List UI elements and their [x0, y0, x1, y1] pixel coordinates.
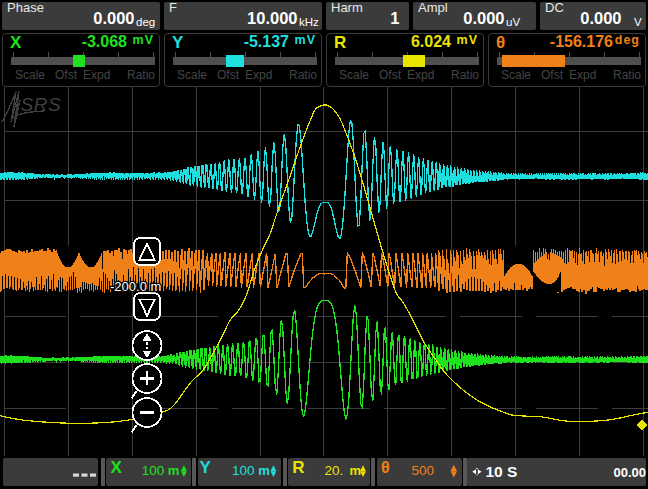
- svg-text:500: 500: [412, 463, 435, 478]
- svg-text:-200.0 m: -200.0 m: [110, 279, 161, 294]
- svg-text:20.: 20.: [325, 463, 344, 478]
- svg-text:m: m: [168, 463, 180, 478]
- svg-text:10 S: 10 S: [486, 463, 518, 480]
- svg-text:SRS: SRS: [21, 94, 62, 115]
- svg-text:R: R: [292, 458, 304, 477]
- svg-text:m: m: [350, 463, 362, 478]
- svg-text:100: 100: [232, 463, 255, 478]
- svg-text:100: 100: [142, 463, 165, 478]
- svg-text:00.00: 00.00: [613, 465, 646, 480]
- svg-text:X: X: [111, 458, 123, 477]
- svg-text:m: m: [258, 463, 270, 478]
- svg-text:θ: θ: [381, 459, 390, 476]
- svg-text:Y: Y: [200, 458, 212, 477]
